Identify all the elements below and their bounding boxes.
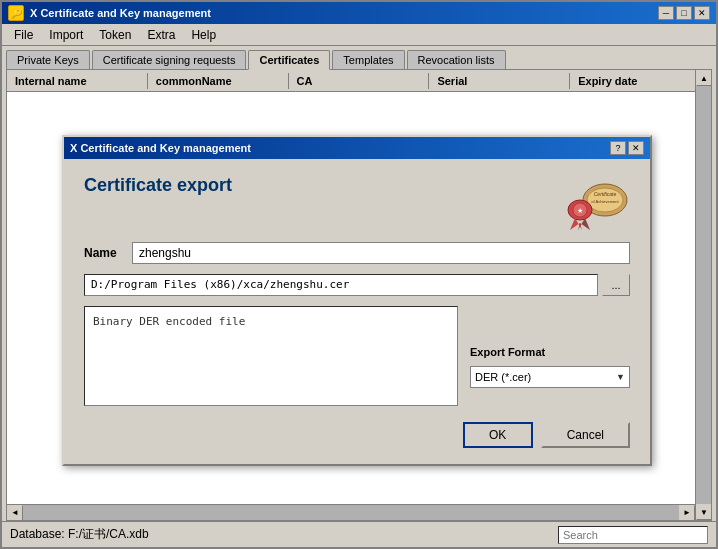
dialog-help-button[interactable]: ? — [610, 141, 626, 155]
name-value: zhengshu — [132, 242, 630, 264]
description-box: Binary DER encoded file — [84, 306, 458, 406]
svg-text:Certificate: Certificate — [594, 191, 617, 197]
dialog-title-text: X Certificate and Key management — [70, 142, 251, 154]
tab-certificates[interactable]: Certificates — [248, 50, 330, 70]
close-button[interactable]: ✕ — [694, 6, 710, 20]
cert-badge: Certificate of Achievement ★ — [550, 175, 630, 230]
browse-button[interactable]: ... — [602, 274, 630, 296]
format-controls: Export Format DER (*.cer) ▼ — [470, 306, 630, 406]
menu-import[interactable]: Import — [41, 26, 91, 44]
dialog-buttons: OK Cancel — [84, 422, 630, 448]
format-section: Binary DER encoded file Export Format DE… — [84, 306, 630, 406]
search-input[interactable] — [558, 526, 708, 544]
menu-file[interactable]: File — [6, 26, 41, 44]
database-path: Database: F:/证书/CA.xdb — [10, 526, 149, 543]
format-label: Export Format — [470, 346, 630, 358]
menu-bar: File Import Token Extra Help — [2, 24, 716, 46]
tab-private-keys[interactable]: Private Keys — [6, 50, 90, 69]
dialog-heading: Certificate export — [84, 175, 232, 196]
dropdown-arrow-icon: ▼ — [616, 372, 625, 382]
certificate-export-dialog: X Certificate and Key management ? ✕ Cer… — [62, 135, 652, 466]
modal-overlay: X Certificate and Key management ? ✕ Cer… — [7, 70, 711, 520]
dialog-close-button[interactable]: ✕ — [628, 141, 644, 155]
svg-text:★: ★ — [577, 207, 583, 214]
menu-extra[interactable]: Extra — [139, 26, 183, 44]
dialog-title-bar: X Certificate and Key management ? ✕ — [64, 137, 650, 159]
dialog-title-controls[interactable]: ? ✕ — [610, 141, 644, 155]
menu-token[interactable]: Token — [91, 26, 139, 44]
app-icon: 🔑 — [8, 5, 24, 21]
filename-row: D:/Program Files (x86)/xca/zhengshu.cer … — [84, 274, 630, 296]
window-controls[interactable]: ─ □ ✕ — [658, 6, 710, 20]
ok-button[interactable]: OK — [463, 422, 533, 448]
dialog-content: Certificate export Certificate of Achiev… — [64, 159, 650, 464]
tab-csr[interactable]: Certificate signing requests — [92, 50, 247, 69]
main-window: 🔑 X Certificate and Key management ─ □ ✕… — [0, 0, 718, 549]
format-dropdown[interactable]: DER (*.cer) ▼ — [470, 366, 630, 388]
title-bar-left: 🔑 X Certificate and Key management — [8, 5, 211, 21]
cancel-button[interactable]: Cancel — [541, 422, 630, 448]
menu-help[interactable]: Help — [183, 26, 224, 44]
filename-input[interactable]: D:/Program Files (x86)/xca/zhengshu.cer — [84, 274, 598, 296]
title-bar: 🔑 X Certificate and Key management ─ □ ✕ — [2, 2, 716, 24]
tab-templates[interactable]: Templates — [332, 50, 404, 69]
maximize-button[interactable]: □ — [676, 6, 692, 20]
name-label: Name — [84, 246, 124, 260]
minimize-button[interactable]: ─ — [658, 6, 674, 20]
tabs-area: Private Keys Certificate signing request… — [2, 46, 716, 69]
status-bar: Database: F:/证书/CA.xdb — [2, 521, 716, 547]
dialog-header-row: Certificate export Certificate of Achiev… — [84, 175, 630, 230]
window-title: X Certificate and Key management — [30, 7, 211, 19]
content-area: Internal name commonName CA Serial Expir… — [6, 69, 712, 521]
tab-revocation[interactable]: Revocation lists — [407, 50, 506, 69]
svg-text:of Achievement: of Achievement — [591, 199, 619, 204]
name-row: Name zhengshu — [84, 242, 630, 264]
format-selected-value: DER (*.cer) — [475, 371, 531, 383]
